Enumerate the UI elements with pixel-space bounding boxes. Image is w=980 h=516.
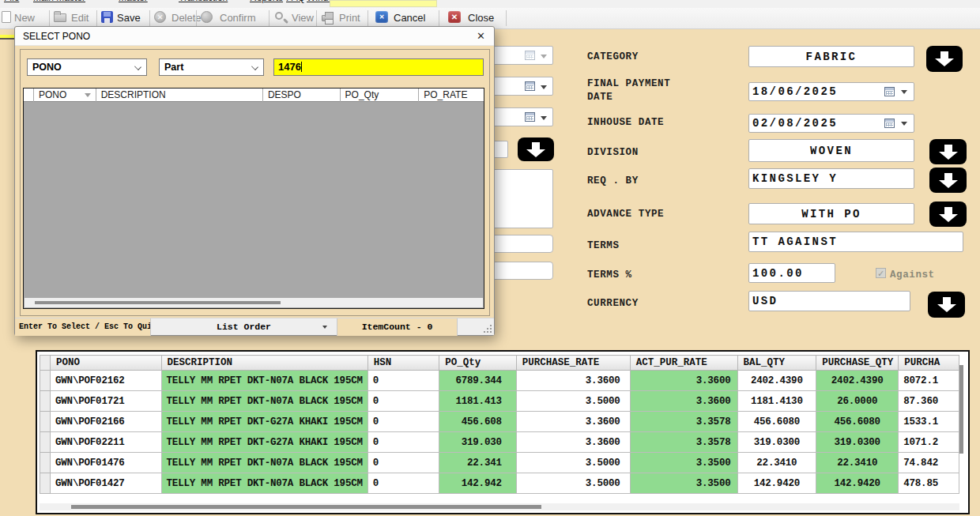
row-selector[interactable] bbox=[40, 453, 51, 473]
table-cell[interactable]: 456.6080 bbox=[816, 412, 899, 432]
table-cell[interactable]: 142.942 bbox=[439, 473, 517, 494]
terms-percent-field[interactable]: 100.00 bbox=[748, 263, 835, 283]
req-by-field[interactable]: KINGSLEY Y bbox=[748, 168, 914, 189]
column-header-description[interactable]: DESCRIPTION bbox=[161, 356, 368, 371]
column-header-despo[interactable]: DESPO bbox=[263, 89, 341, 102]
table-cell[interactable]: 478.85 bbox=[899, 473, 959, 494]
save-button[interactable]: Save bbox=[117, 12, 141, 24]
table-cell[interactable]: 3.3600 bbox=[516, 412, 630, 432]
table-cell[interactable]: TELLY MM RPET DKT-G27A KHAKI 195CM bbox=[161, 432, 368, 453]
column-header-pono[interactable]: PONO bbox=[51, 356, 162, 371]
table-cell[interactable]: 0 bbox=[368, 391, 439, 412]
table-cell[interactable]: 1533.1 bbox=[899, 412, 959, 432]
bg-date-field-2[interactable] bbox=[486, 107, 553, 126]
table-cell[interactable]: TELLY MM RPET DKT-G27A KHAKI 195CM bbox=[161, 412, 368, 432]
search-part-combo[interactable]: Part bbox=[159, 58, 264, 76]
confirm-button[interactable]: Confirm bbox=[220, 12, 256, 24]
column-header-po-rate[interactable]: PO_RATE bbox=[419, 89, 484, 102]
table-row[interactable]: GWN\POF02166TELLY MM RPET DKT-G27A KHAKI… bbox=[40, 412, 959, 432]
horizontal-scrollbar-track[interactable] bbox=[40, 503, 959, 510]
table-cell[interactable]: 3.3600 bbox=[630, 391, 737, 412]
table-cell[interactable]: 87.360 bbox=[899, 391, 959, 412]
division-dropdown-button[interactable] bbox=[929, 139, 967, 164]
new-button[interactable]: New bbox=[14, 12, 35, 24]
table-cell[interactable]: 0 bbox=[368, 412, 439, 432]
column-header-po-qty[interactable]: PO_Qty bbox=[341, 89, 420, 102]
table-cell[interactable]: 0 bbox=[368, 473, 439, 494]
bg-textarea[interactable] bbox=[486, 169, 553, 228]
table-row[interactable]: GWN\POF01427TELLY MM RPET DKT-N07A BLACK… bbox=[40, 473, 959, 494]
resize-grip[interactable] bbox=[484, 325, 492, 333]
table-cell[interactable]: 319.030 bbox=[439, 432, 517, 453]
table-cell[interactable]: 0 bbox=[368, 371, 439, 391]
advance-type-dropdown-button[interactable] bbox=[929, 202, 967, 227]
table-row[interactable]: GWN\POF02211TELLY MM RPET DKT-G27A KHAKI… bbox=[40, 432, 959, 453]
terms-field[interactable]: TT AGAINST bbox=[748, 232, 963, 252]
column-header-purchase_rate[interactable]: PURCHASE_RATE bbox=[516, 356, 630, 371]
table-row[interactable]: GWN\POF02162TELLY MM RPET DKT-N07A BLACK… bbox=[40, 371, 959, 391]
table-cell[interactable]: 319.0300 bbox=[816, 432, 899, 453]
search-input[interactable]: 1476 bbox=[273, 58, 484, 76]
table-cell[interactable]: 319.0300 bbox=[737, 432, 816, 453]
row-selector[interactable] bbox=[40, 391, 51, 412]
menu-faq[interactable]: FAQ bbox=[286, 0, 305, 3]
table-cell[interactable]: 3.3500 bbox=[630, 453, 737, 473]
row-selector[interactable] bbox=[40, 432, 51, 453]
row-selector[interactable] bbox=[40, 371, 51, 391]
table-row[interactable]: GWN\POF01721TELLY MM RPET DKT-N07A BLACK… bbox=[40, 391, 959, 412]
table-cell[interactable]: TELLY MM RPET DKT-N07A BLACK 195CM bbox=[161, 453, 368, 473]
table-cell[interactable]: 1181.4130 bbox=[737, 391, 816, 412]
table-cell[interactable]: 22.3410 bbox=[816, 453, 899, 473]
table-cell[interactable]: TELLY MM RPET DKT-N07A BLACK 195CM bbox=[161, 371, 368, 391]
edit-button[interactable]: Edit bbox=[71, 12, 89, 24]
against-checkbox[interactable]: ✓ bbox=[876, 268, 886, 278]
row-selector[interactable] bbox=[40, 473, 51, 494]
menu-transaction[interactable]: Transaction bbox=[179, 0, 228, 3]
bg-date-field-disabled[interactable] bbox=[486, 46, 553, 65]
dialog-close-icon[interactable]: ✕ bbox=[477, 30, 485, 42]
currency-field[interactable]: USD bbox=[748, 291, 910, 311]
bg-input-2[interactable] bbox=[486, 262, 553, 280]
menu-master[interactable]: Master bbox=[119, 0, 148, 3]
bg-dropdown-arrow-button[interactable] bbox=[518, 137, 554, 161]
inhouse-date-field[interactable]: 02/08/2025 bbox=[748, 114, 914, 133]
table-cell[interactable]: 22.3410 bbox=[737, 453, 816, 473]
table-cell[interactable]: 2402.4390 bbox=[737, 371, 816, 391]
menu-file[interactable]: File bbox=[4, 0, 19, 3]
table-cell[interactable]: 3.5000 bbox=[516, 473, 630, 494]
table-row[interactable]: GWN\POF01476TELLY MM RPET DKT-N07A BLACK… bbox=[40, 453, 959, 473]
table-cell[interactable]: 142.9420 bbox=[816, 473, 899, 494]
print-button[interactable]: Print bbox=[339, 12, 360, 24]
table-cell[interactable]: 74.842 bbox=[899, 453, 959, 473]
advance-type-field[interactable]: WITH PO bbox=[748, 203, 914, 224]
final-payment-date-field[interactable]: 18/06/2025 bbox=[748, 82, 914, 101]
bg-input-1[interactable] bbox=[486, 235, 553, 253]
table-cell[interactable]: TELLY MM RPET DKT-N07A BLACK 195CM bbox=[161, 391, 368, 412]
list-order-dropdown[interactable]: List Order bbox=[151, 318, 337, 336]
column-header-purchase_qty[interactable]: PURCHASE_QTY bbox=[816, 356, 899, 371]
table-cell[interactable]: 456.6080 bbox=[737, 412, 816, 432]
column-header-purcha[interactable]: PURCHA bbox=[899, 356, 959, 371]
column-header-hsn[interactable]: HSN bbox=[368, 356, 439, 371]
table-cell[interactable]: 3.5000 bbox=[516, 391, 630, 412]
dialog-results-grid[interactable]: PONO DESCRIPTION DESPO PO_Qty PO_RATE bbox=[23, 88, 484, 309]
table-cell[interactable]: 3.3578 bbox=[630, 432, 737, 453]
table-cell[interactable]: 6789.344 bbox=[439, 371, 517, 391]
table-cell[interactable]: 1181.413 bbox=[439, 391, 517, 412]
table-cell[interactable]: 2402.4390 bbox=[816, 371, 899, 391]
table-cell[interactable]: GWN\POF02166 bbox=[51, 412, 162, 432]
table-cell[interactable]: 3.3500 bbox=[630, 473, 737, 494]
search-field-combo[interactable]: PONO bbox=[27, 58, 147, 76]
column-header-po_qty[interactable]: PO_Qty bbox=[439, 356, 517, 371]
division-field[interactable]: WOVEN bbox=[748, 139, 914, 162]
bg-date-field-1[interactable] bbox=[486, 77, 553, 96]
table-cell[interactable]: GWN\POF01476 bbox=[51, 453, 162, 473]
table-cell[interactable]: 3.3600 bbox=[516, 432, 630, 453]
menu-reports[interactable]: Reports bbox=[250, 0, 283, 3]
dialog-title-bar[interactable]: SELECT PONO ✕ bbox=[15, 27, 494, 46]
table-cell[interactable]: 0 bbox=[368, 432, 439, 453]
table-cell[interactable]: GWN\POF01721 bbox=[51, 391, 162, 412]
table-cell[interactable]: 3.3600 bbox=[630, 371, 737, 391]
dialog-grid-hscrollbar[interactable] bbox=[24, 298, 483, 307]
table-cell[interactable]: 456.608 bbox=[439, 412, 517, 432]
